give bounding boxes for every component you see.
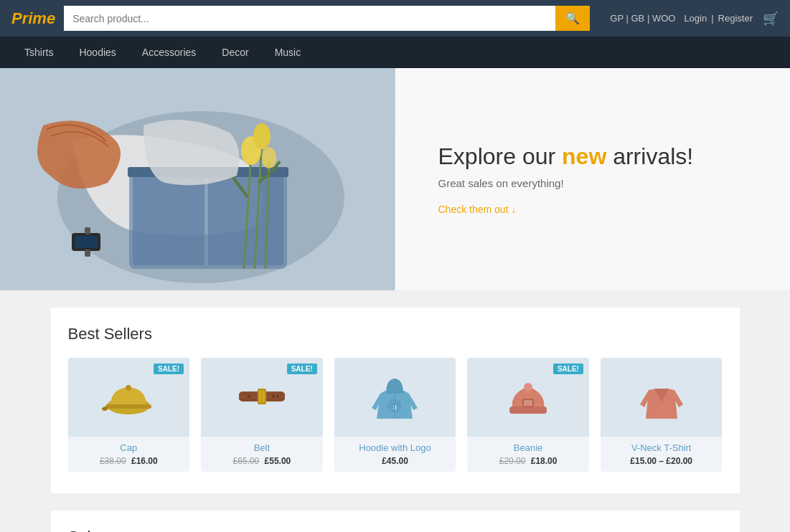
product-image-hoodie: :) [334, 358, 456, 437]
product-name-hoodie[interactable]: Hoodie with Logo [342, 442, 449, 453]
hero-heading-highlight: new [562, 143, 606, 169]
belt-icon [233, 369, 291, 426]
price-cap: £38.00 £16.00 [75, 456, 183, 466]
best-sellers-title: Best Sellers [68, 325, 723, 343]
nav-hoodies[interactable]: Hoodies [66, 37, 128, 68]
price-beanie: £20.00 £18.00 [474, 456, 582, 466]
hero-cta[interactable]: Check them out ↓ [438, 204, 748, 215]
product-name-beanie[interactable]: Beanie [474, 442, 582, 453]
svg-rect-33 [524, 400, 532, 406]
price-old-beanie: £20.00 [499, 456, 526, 466]
search-wrapper: 🔍 [64, 6, 590, 31]
product-info-hoodie: Hoodie with Logo £45.00 [334, 437, 456, 472]
product-info-beanie: Beanie £20.00 £18.00 [467, 437, 589, 472]
svg-rect-9 [85, 250, 90, 257]
login-link[interactable]: Login [684, 13, 707, 24]
cart-icon[interactable]: 🛒 [763, 11, 779, 27]
hero-heading: Explore our new arrivals! [438, 143, 748, 170]
price-old-belt: £65.00 [233, 456, 260, 466]
region-label: GP | GB | WOO [610, 13, 675, 24]
product-card-beanie[interactable]: Beanie £20.00 £18.00 SALE! [467, 358, 589, 472]
svg-rect-8 [85, 227, 90, 234]
svg-point-26 [272, 395, 275, 398]
price-new-vneck: £15.00 – £20.00 [630, 456, 692, 466]
top-bar: Prime 🔍 GP | GB | WOO Login | Register 🛒 [0, 0, 790, 37]
price-hoodie: £45.00 [342, 456, 449, 466]
sale-badge-cap: SALE! [154, 364, 184, 374]
product-info-belt: Belt £65.00 £55.00 [201, 437, 323, 472]
price-new-hoodie: £45.00 [382, 456, 408, 466]
svg-point-14 [253, 123, 271, 149]
logo: Prime [11, 9, 55, 28]
hero-text-area: Explore our new arrivals! Great sales on… [395, 68, 791, 290]
product-image-vneck [601, 358, 723, 437]
price-new-beanie: £18.00 [531, 456, 558, 466]
top-right: GP | GB | WOO Login | Register 🛒 [610, 11, 779, 27]
svg-point-34 [524, 383, 532, 391]
product-card-cap[interactable]: Cap £38.00 £16.00 SALE! [68, 358, 190, 472]
price-new-cap: £16.00 [131, 456, 158, 466]
price-belt: £65.00 £55.00 [208, 456, 316, 466]
hero-image-inner [0, 68, 395, 290]
hero-subtext: Great sales on everything! [438, 177, 748, 189]
product-card-hoodie[interactable]: :) Hoodie with Logo £45.00 [334, 358, 456, 472]
product-card-vneck[interactable]: V-Neck T-Shirt £15.00 – £20.00 [601, 358, 723, 472]
search-input[interactable] [64, 6, 555, 31]
nav-tshirts[interactable]: Tshirts [11, 37, 66, 68]
sale-badge-belt: SALE! [287, 364, 317, 374]
svg-rect-7 [75, 236, 98, 248]
nav-bar: Tshirts Hoodies Accessories Decor Music [0, 37, 790, 68]
hero-section: Explore our new arrivals! Great sales on… [0, 68, 790, 290]
nav-decor[interactable]: Decor [209, 37, 261, 68]
best-sellers-grid: Cap £38.00 £16.00 SALE! [68, 358, 723, 472]
price-old-cap: £38.00 [100, 456, 126, 466]
search-button[interactable]: 🔍 [555, 6, 590, 31]
svg-point-18 [126, 385, 131, 391]
hero-heading-prefix: Explore our [438, 143, 563, 169]
product-name-vneck[interactable]: V-Neck T-Shirt [608, 442, 715, 453]
product-card-belt[interactable]: Belt £65.00 £55.00 SALE! [201, 358, 323, 472]
product-name-cap[interactable]: Cap [75, 442, 183, 453]
svg-rect-3 [133, 172, 204, 265]
hero-image [0, 68, 395, 290]
hoodie-icon: :) [366, 369, 423, 426]
price-vneck: £15.00 – £20.00 [608, 456, 715, 466]
hero-heading-suffix: arrivals! [606, 143, 693, 169]
nav-links: Tshirts Hoodies Accessories Decor Music [11, 37, 314, 68]
beanie-icon [499, 369, 557, 426]
svg-rect-31 [509, 407, 547, 414]
sale-badge-beanie: SALE! [553, 364, 583, 374]
price-new-belt: £55.00 [265, 456, 291, 466]
nav-music[interactable]: Music [262, 37, 314, 68]
svg-rect-24 [261, 389, 263, 404]
product-info-cap: Cap £38.00 £16.00 [68, 437, 190, 472]
nav-accessories[interactable]: Accessories [129, 37, 209, 68]
svg-point-25 [248, 395, 250, 398]
sale-section: Sale SALE! :) [51, 510, 740, 532]
svg-point-27 [276, 395, 279, 398]
register-link[interactable]: Register [718, 13, 753, 24]
hero-illustration [0, 68, 395, 290]
best-sellers-section: Best Sellers Cap £38.00 £16.00 SA [51, 308, 740, 493]
svg-rect-17 [105, 404, 151, 409]
cap-icon [100, 369, 157, 426]
svg-point-15 [262, 147, 276, 168]
sale-title: Sale [68, 528, 723, 532]
vneck-icon [633, 369, 690, 426]
product-name-belt[interactable]: Belt [208, 442, 316, 453]
separator2: | [711, 13, 713, 24]
product-info-vneck: V-Neck T-Shirt £15.00 – £20.00 [601, 437, 723, 472]
